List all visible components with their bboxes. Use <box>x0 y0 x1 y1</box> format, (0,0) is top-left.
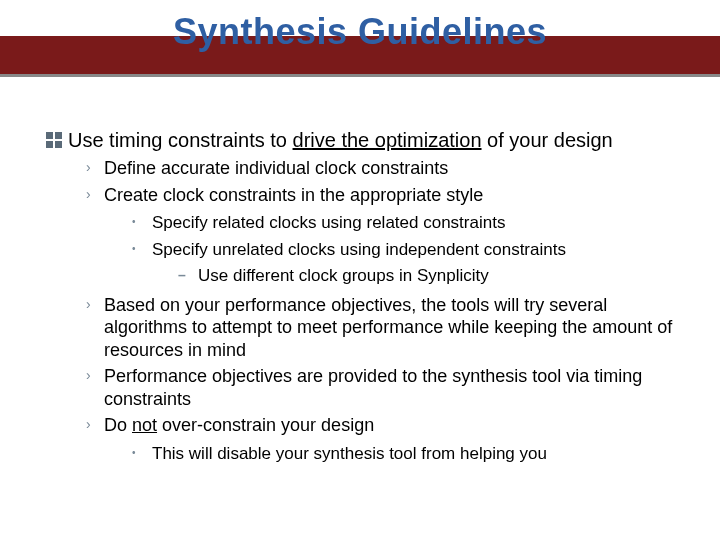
bullet-text: Use timing constraints to drive the opti… <box>68 128 692 153</box>
bullet-lv2: › Do not over-constrain your design <box>86 414 692 437</box>
bullet-text: Specify unrelated clocks using independe… <box>152 239 692 260</box>
bullet-text: Specify related clocks using related con… <box>152 212 692 233</box>
text-part: over-constrain your design <box>157 415 374 435</box>
chevron-icon: › <box>86 416 96 432</box>
bullet-lv2: › Create clock constraints in the approp… <box>86 184 692 207</box>
bullet-text: Create clock constraints in the appropri… <box>104 184 692 207</box>
dash-icon: – <box>178 265 188 285</box>
chevron-icon: › <box>86 367 96 383</box>
dot-icon: • <box>132 212 140 232</box>
bullet-text: Define accurate individual clock constra… <box>104 157 692 180</box>
bullet-lv1: Use timing constraints to drive the opti… <box>46 128 692 153</box>
bullet-lv3: • This will disable your synthesis tool … <box>132 443 692 464</box>
bullet-lv2: › Based on your performance objectives, … <box>86 294 692 362</box>
dot-icon: • <box>132 239 140 259</box>
bullet-lv2: › Define accurate individual clock const… <box>86 157 692 180</box>
bullet-text: Performance objectives are provided to t… <box>104 365 692 410</box>
text-underlined: drive the optimization <box>293 129 482 151</box>
bullet-lv3: • Specify unrelated clocks using indepen… <box>132 239 692 260</box>
bullet-lv2: › Performance objectives are provided to… <box>86 365 692 410</box>
chevron-icon: › <box>86 186 96 202</box>
slide: Synthesis Guidelines Use timing constrai… <box>0 0 720 540</box>
dot-icon: • <box>132 443 140 463</box>
bullet-text: Do not over-constrain your design <box>104 414 692 437</box>
chevron-icon: › <box>86 296 96 312</box>
bullet-text: Use different clock groups in Synplicity <box>198 265 692 286</box>
bullet-text: Based on your performance objectives, th… <box>104 294 692 362</box>
grid-bullet-icon <box>46 132 62 148</box>
chevron-icon: › <box>86 159 96 175</box>
text-part: of your design <box>482 129 613 151</box>
slide-title: Synthesis Guidelines <box>0 11 720 53</box>
bullet-text: This will disable your synthesis tool fr… <box>152 443 692 464</box>
text-part: Use timing constraints to <box>68 129 293 151</box>
bullet-lv3: • Specify related clocks using related c… <box>132 212 692 233</box>
slide-body: Use timing constraints to drive the opti… <box>46 128 692 464</box>
bullet-lv4: – Use different clock groups in Synplici… <box>178 265 692 286</box>
text-underlined: not <box>132 415 157 435</box>
text-part: Do <box>104 415 132 435</box>
